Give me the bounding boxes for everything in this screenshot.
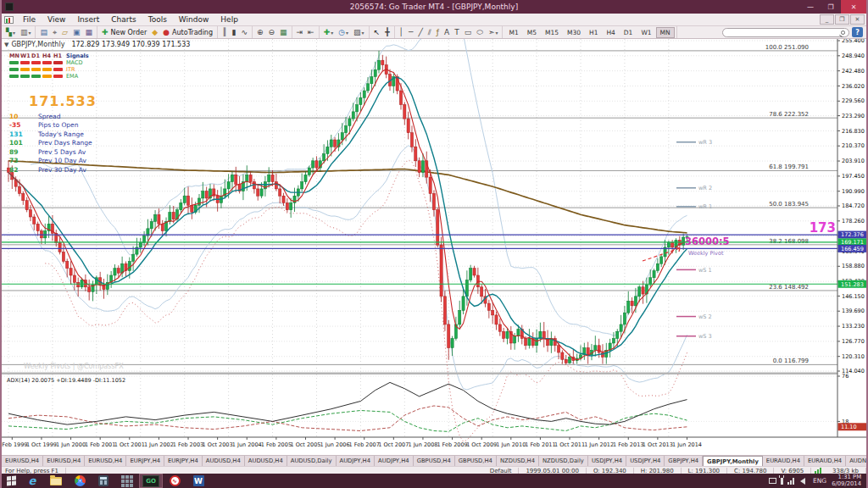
bar-chart-button[interactable]: ║ <box>220 27 229 38</box>
chart-tab-audusd-daily[interactable]: AUDUSD,Daily <box>287 456 337 466</box>
taskbar-ie[interactable]: e <box>20 474 44 488</box>
timeframe-h4[interactable]: H4 <box>602 27 619 38</box>
chart-tab-usdjpy-h4[interactable]: USDJPY,H4 <box>588 456 626 466</box>
child-close-button[interactable]: ✕ <box>850 14 865 25</box>
ellipse-button[interactable]: ⬭ <box>474 27 486 38</box>
zoom-out-button[interactable]: ⊖ <box>265 27 277 38</box>
chart-tab-gbpjpy-h4[interactable]: GBPJPY,H4 <box>665 456 703 466</box>
timeframe-mn[interactable]: MN <box>656 27 675 38</box>
chart-tab-usdjpy-h4[interactable]: USDJPY,H4 <box>626 456 665 466</box>
tray-volume-icon[interactable] <box>800 478 805 485</box>
taskbar-gotrader[interactable]: GO <box>139 474 163 488</box>
close-button[interactable]: ✕ <box>841 0 866 14</box>
mql-community-button[interactable]: ◆ <box>149 27 160 38</box>
timeframe-w1[interactable]: W1 <box>637 27 655 38</box>
chart-tab-euraud-h4[interactable]: EURAUD,H4 <box>804 456 846 466</box>
rectangle-button[interactable]: ▭ <box>462 27 475 38</box>
menu-window[interactable]: Window <box>173 14 215 25</box>
timeframe-m30[interactable]: M30 <box>563 27 585 38</box>
svg-text:wS 2: wS 2 <box>698 313 712 320</box>
chart-tab-eurusd-h4[interactable]: EURUSD,H4 <box>85 456 126 466</box>
taskbar-calculator[interactable] <box>92 474 115 488</box>
chart-tab-eurusd-h4[interactable]: EURUSD,H4 <box>43 456 85 466</box>
menu-insert[interactable]: Insert <box>71 14 105 25</box>
chart-tab-audnzd-h4[interactable]: AUDNZD,H4 <box>846 456 868 466</box>
trendline-button[interactable]: ╱ <box>415 27 425 38</box>
label-button[interactable]: T <box>452 27 462 38</box>
timeframe-m5[interactable]: M5 <box>523 27 541 38</box>
candlestick-chart-button[interactable]: ▮ <box>229 27 238 38</box>
data-window-button[interactable]: ⌖ <box>50 27 59 38</box>
vertical-line-button[interactable]: │ <box>397 27 406 38</box>
svg-text:1 Jun 2004: 1 Jun 2004 <box>232 441 262 448</box>
chart-tab-eurjpy-h4[interactable]: EURJPY,H4 <box>126 456 164 466</box>
child-minimize-button[interactable]: _ <box>820 14 834 25</box>
chart-tab-gbpjpy-monthly[interactable]: GBPJPY,Monthly <box>703 456 763 466</box>
line-chart-button[interactable]: ∿ <box>238 27 250 38</box>
taskbar-explorer[interactable] <box>44 474 68 488</box>
chart-tab-nzdusd-daily[interactable]: NZDUSD,Daily <box>539 456 588 466</box>
market-watch-button[interactable]: ▤ <box>37 27 50 38</box>
chart-tab-audjpy-h4[interactable]: AUDJPY,H4 <box>337 456 376 466</box>
navigator-button-icon: ▱ <box>62 29 68 36</box>
terminal-button[interactable]: ▣ <box>70 27 83 38</box>
chart-tab-nzdusd-h4[interactable]: NZDUSD,H4 <box>497 456 539 466</box>
help-button[interactable]: ? <box>852 27 863 37</box>
menu-charts[interactable]: Charts <box>105 14 142 25</box>
menu-view[interactable]: View <box>42 14 71 25</box>
zoom-in-button[interactable]: ⊕ <box>254 27 266 38</box>
timeframe-m15[interactable]: M15 <box>541 27 563 38</box>
tile-windows-button[interactable]: ▦ <box>277 27 290 38</box>
svg-text:1 Jun 2006: 1 Jun 2006 <box>320 441 350 448</box>
child-restore-button[interactable]: ❐ <box>835 14 849 25</box>
minimize-button[interactable]: — <box>800 0 821 14</box>
chart-tab-audjpy-h4[interactable]: AUDJPY,H4 <box>375 456 414 466</box>
tray-language[interactable]: ENG <box>813 477 826 485</box>
taskbar-chrome[interactable] <box>68 474 92 488</box>
chart-tab-audusd-h4[interactable]: AUDUSD,H4 <box>245 456 287 466</box>
search-input[interactable] <box>722 28 849 37</box>
tray-network-icon[interactable] <box>787 478 795 485</box>
navigator-button[interactable]: ▱ <box>59 27 70 38</box>
tray-clock[interactable]: 1:31 PM6/09/2014 <box>832 474 861 487</box>
menu-help[interactable]: Help <box>214 14 244 25</box>
taskbar-metatrader[interactable]: ∿ <box>163 474 186 488</box>
chart-window[interactable]: 100.0 251.09078.6 222.35261.8 199.79150.… <box>2 39 868 455</box>
auto-scroll-button[interactable]: ⇥ <box>294 27 306 38</box>
chart-tab-audusd-h4[interactable]: AUDUSD,H4 <box>203 456 245 466</box>
tray-window-icon[interactable] <box>769 478 776 484</box>
new-chart-button[interactable]: ▚▾ <box>3 27 18 38</box>
timeframe-m1[interactable]: M1 <box>504 27 522 38</box>
chart-tab-eurjpy-h4[interactable]: EURJPY,H4 <box>164 456 203 466</box>
chart-tab-euraud-h4[interactable]: EURAUD,H4 <box>763 456 804 466</box>
chart-tab-gbpusd-h4[interactable]: GBPUSD,H4 <box>414 456 455 466</box>
cursor-button[interactable]: ↖ <box>371 27 383 38</box>
chart-tab-gbpusd-h4[interactable]: GBPUSD,H4 <box>455 456 497 466</box>
taskbar-grid-app[interactable] <box>115 474 139 488</box>
start-button[interactable] <box>2 474 20 488</box>
templates-button[interactable]: ▨▾ <box>351 27 367 38</box>
channel-button[interactable]: ⫽ <box>426 27 434 38</box>
maximize-button[interactable]: ❐ <box>821 0 841 14</box>
chart-tab-eurusd-h4[interactable]: EURUSD,H4 <box>2 456 43 466</box>
taskbar-word[interactable]: W <box>186 474 210 488</box>
periods-button[interactable]: ◷▾ <box>336 27 351 38</box>
text-button[interactable]: A <box>442 27 452 38</box>
menu-file[interactable]: File <box>17 14 42 25</box>
crosshair-button[interactable]: ╋ <box>382 27 392 38</box>
strategy-tester-button[interactable]: ▦ <box>83 27 96 38</box>
arrows-button[interactable]: ➣▾ <box>486 27 501 38</box>
svg-text:1 Oct 2003: 1 Oct 2003 <box>203 441 233 448</box>
menu-tools[interactable]: Tools <box>142 14 173 25</box>
profiles-button[interactable]: ▥▾ <box>18 27 34 38</box>
indicators-button[interactable]: ✚▾ <box>321 27 337 38</box>
timeframe-d1[interactable]: D1 <box>620 27 637 38</box>
new-order-button[interactable]: ✚New Order <box>99 27 149 38</box>
timeframe-h1[interactable]: H1 <box>585 27 602 38</box>
tray-power-icon[interactable] <box>781 478 783 485</box>
horizontal-line-button[interactable]: ─ <box>406 27 415 38</box>
price-chart[interactable]: 100.0 251.09078.6 222.35261.8 199.79150.… <box>2 39 868 455</box>
chart-shift-button[interactable]: ⇤ <box>305 27 317 38</box>
autotrading-button[interactable]: ●AutoTrading <box>160 27 215 38</box>
fibonacci-button[interactable]: ƒ <box>434 27 442 38</box>
